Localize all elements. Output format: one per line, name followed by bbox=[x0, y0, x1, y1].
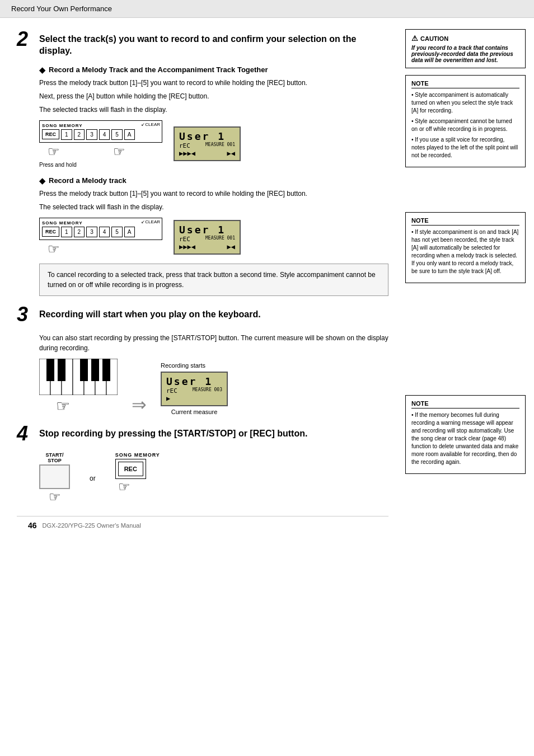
svg-rect-9 bbox=[80, 359, 88, 381]
keyboard-area: ☞ bbox=[39, 359, 118, 415]
rec-area: SONG MEMORY REC ☞ bbox=[115, 452, 160, 495]
lcd-rec-2: rEC bbox=[179, 236, 190, 243]
info-box-text: To cancel recording to a selected track,… bbox=[48, 271, 376, 289]
current-measure-label: Current measure bbox=[161, 408, 228, 415]
lcd-measure-3: MEASURE 003 bbox=[193, 387, 222, 395]
recording-area: Recording starts User 1 rEC MEASURE 003 … bbox=[161, 360, 228, 415]
note1-item1: Style accompaniment is automatically tur… bbox=[411, 91, 519, 115]
caution-triangle-icon: ⚠ bbox=[411, 34, 418, 43]
note2-item1: If style accompaniment is on and track [… bbox=[411, 228, 519, 275]
subsection1-para3: The selected tracks will flash in the di… bbox=[39, 105, 388, 115]
step4-title: Stop recording by pressing the [START/ST… bbox=[39, 424, 307, 440]
step2-number: 2 bbox=[17, 29, 34, 49]
num-btn-9: 4 bbox=[99, 227, 110, 237]
song-memory-panel-1: SONG MEMORY REC 1 2 3 4 5 A ↙CLEAR bbox=[39, 120, 162, 143]
lcd-rec-1: rEC bbox=[179, 142, 190, 149]
num-btn-2: 2 bbox=[74, 129, 85, 140]
page-number: 46 bbox=[28, 521, 37, 530]
hand-icon-4: ☞ bbox=[39, 489, 70, 505]
note1-title: NOTE bbox=[411, 80, 519, 88]
lcd-sub-3: rEC MEASURE 003 bbox=[166, 387, 222, 395]
hand-icon-1: ☞ bbox=[48, 144, 60, 159]
lcd-panel-2: User 1 rEC MEASURE 001 ▶▶▶◀ ▶◀ bbox=[174, 220, 241, 255]
svg-rect-10 bbox=[91, 359, 99, 381]
step4-body: START/STOP ☞ or SONG MEMORY REC ☞ bbox=[39, 452, 388, 505]
footer-manual-title: DGX-220/YPG-225 Owner's Manual bbox=[43, 522, 141, 529]
note1-item3: If you use a split voice for recording, … bbox=[411, 136, 519, 159]
note3-title: NOTE bbox=[411, 400, 519, 408]
page-footer: 46 DGX-220/YPG-225 Owner's Manual bbox=[17, 516, 388, 534]
figure-row-1: SONG MEMORY REC 1 2 3 4 5 A ↙CLEAR bbox=[39, 120, 388, 168]
lcd-arrow-right-1: ▶◀ bbox=[227, 149, 235, 157]
lcd-measure-1: MEASURE 001 bbox=[205, 142, 235, 149]
lcd-sub-2: rEC MEASURE 001 bbox=[179, 236, 235, 243]
note3-item1: If the memory becomes full during record… bbox=[411, 411, 519, 466]
step3-para1: You can also start recording by pressing… bbox=[39, 333, 388, 353]
keyboard-svg bbox=[39, 359, 118, 395]
header-title: Record Your Own Performance bbox=[11, 4, 112, 13]
step2-body: ◆ Record a Melody Track and the Accompan… bbox=[39, 65, 388, 296]
hand-icon-5: ☞ bbox=[118, 479, 160, 495]
hand-icon-2: ☞ bbox=[113, 144, 125, 159]
press-hold-label: Press and hold bbox=[39, 162, 77, 168]
num-btn-7: 2 bbox=[74, 227, 85, 237]
lcd-arrow-right-2: ▶◀ bbox=[227, 243, 235, 251]
song-memory-diagram-2: SONG MEMORY REC 1 2 3 4 5 A ↙CLEAR bbox=[39, 218, 162, 257]
num-btn-8: 3 bbox=[86, 227, 97, 237]
subsection2-para1: Press the melody track button [1]–[5] yo… bbox=[39, 189, 388, 199]
lcd-arrow-3: ▶ bbox=[166, 395, 170, 402]
svg-rect-11 bbox=[102, 359, 110, 381]
clear-label-1: ↙CLEAR bbox=[141, 122, 160, 127]
note-box-2: NOTE If style accompaniment is on and tr… bbox=[405, 212, 526, 283]
song-memory-label-3: SONG MEMORY bbox=[115, 452, 160, 458]
svg-rect-8 bbox=[58, 359, 65, 381]
side-column: ⚠ CAUTION If you record to a track that … bbox=[400, 24, 534, 540]
step2-block: 2 Select the track(s) you want to record… bbox=[17, 29, 388, 57]
lcd-arrows-3: ▶ bbox=[166, 395, 222, 402]
lcd-panel-1: User 1 rEC MEASURE 001 ▶▶▶◀ ▶◀ bbox=[174, 126, 241, 161]
lcd-measure-2: MEASURE 001 bbox=[205, 236, 235, 243]
subsection1-para2: Next, press the [A] button while holding… bbox=[39, 91, 388, 101]
step3-title: Recording will start when you play on th… bbox=[39, 304, 261, 321]
subsection1-title: ◆ Record a Melody Track and the Accompan… bbox=[39, 65, 388, 74]
figure-row-4: START/STOP ☞ or SONG MEMORY REC ☞ bbox=[39, 452, 388, 505]
lcd-arrows-1: ▶▶▶◀ ▶◀ bbox=[179, 149, 235, 157]
subsection2-title: ◆ Record a Melody track bbox=[39, 176, 388, 185]
lcd-arrow-left-1: ▶▶▶◀ bbox=[179, 149, 195, 157]
diamond-icon: ◆ bbox=[39, 65, 45, 74]
step2-title: Select the track(s) you want to record t… bbox=[39, 29, 388, 57]
note2-title: NOTE bbox=[411, 217, 519, 226]
song-memory-rec-panel: REC bbox=[115, 459, 146, 479]
song-memory-buttons-1: REC 1 2 3 4 5 A ↙CLEAR bbox=[42, 129, 160, 140]
start-stop-btn[interactable] bbox=[39, 464, 70, 489]
song-memory-panel-2: SONG MEMORY REC 1 2 3 4 5 A ↙CLEAR bbox=[39, 218, 162, 240]
num-btn-3: 3 bbox=[86, 129, 97, 140]
num-btn-5: 5 bbox=[111, 129, 123, 140]
subsection1-para1: Press the melody track button [1]–[5] yo… bbox=[39, 78, 388, 88]
arrow-right-icon: ⇒ bbox=[132, 394, 147, 415]
num-btn-6: 1 bbox=[61, 227, 72, 237]
step3-block: 3 Recording will start when you play on … bbox=[17, 304, 388, 325]
start-stop-top-label: START/STOP bbox=[39, 452, 70, 463]
lcd-display-1: User 1 rEC MEASURE 001 ▶▶▶◀ ▶◀ bbox=[174, 126, 241, 161]
lcd-rec-3: rEC bbox=[166, 387, 177, 395]
lcd-panel-3: User 1 rEC MEASURE 003 ▶ bbox=[161, 372, 228, 406]
recording-starts-label: Recording starts bbox=[161, 362, 228, 369]
song-memory-diagram-1: SONG MEMORY REC 1 2 3 4 5 A ↙CLEAR bbox=[39, 120, 162, 168]
step3-number: 3 bbox=[17, 304, 34, 325]
note-box-3: NOTE If the memory becomes full during r… bbox=[405, 395, 526, 474]
or-label: or bbox=[90, 475, 96, 482]
lcd-sub-1: rEC MEASURE 001 bbox=[179, 142, 235, 149]
caution-box: ⚠ CAUTION If you record to a track that … bbox=[405, 29, 526, 68]
svg-rect-7 bbox=[46, 359, 54, 381]
a-btn-2: A bbox=[124, 227, 135, 237]
start-stop-area: START/STOP ☞ bbox=[39, 452, 70, 505]
lcd-user-2: User 1 bbox=[179, 224, 235, 236]
step3-body: You can also start recording by pressing… bbox=[39, 333, 388, 415]
lcd-user-1: User 1 bbox=[179, 130, 235, 142]
figure-row-2: SONG MEMORY REC 1 2 3 4 5 A ↙CLEAR bbox=[39, 218, 388, 257]
hand-icon-keyboard: ☞ bbox=[56, 397, 118, 415]
page-header: Record Your Own Performance bbox=[0, 0, 534, 18]
subsection2-para2: The selected track will flash in the dis… bbox=[39, 202, 388, 212]
note-box-1: NOTE Style accompaniment is automaticall… bbox=[405, 75, 526, 167]
